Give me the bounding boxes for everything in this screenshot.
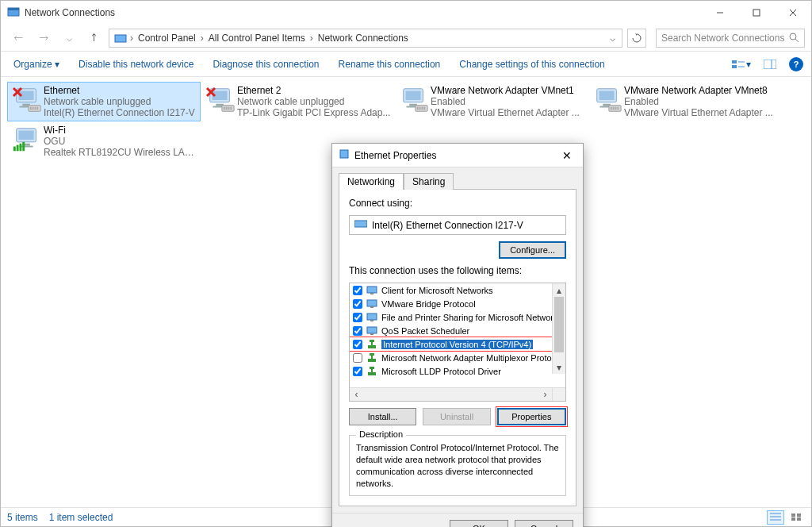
component-label: VMware Bridge Protocol	[381, 299, 476, 309]
ok-button[interactable]: OK	[450, 520, 508, 527]
svg-rect-61	[20, 144, 22, 152]
svg-rect-1	[8, 8, 19, 10]
svg-rect-52	[613, 107, 615, 110]
scroll-up-button[interactable]: ▴	[553, 283, 565, 297]
maximize-button[interactable]	[738, 1, 775, 25]
breadcrumb-item[interactable]: Network Connections	[315, 33, 412, 44]
component-item[interactable]: File and Printer Sharing for Microsoft N…	[350, 310, 565, 324]
disable-device-button[interactable]: Disable this network device	[74, 56, 198, 73]
minimize-button[interactable]	[702, 1, 738, 25]
back-button[interactable]: 🡐	[7, 27, 29, 49]
scroll-right-button[interactable]: ›	[538, 388, 552, 401]
component-checkbox[interactable]	[353, 353, 362, 363]
component-checkbox[interactable]	[353, 340, 362, 349]
svg-rect-56	[19, 131, 34, 140]
component-icon	[366, 313, 378, 322]
component-checkbox[interactable]	[353, 367, 362, 376]
adapter-name: Ethernet 2	[237, 85, 391, 96]
adapter-status: Network cable unplugged	[44, 96, 197, 107]
help-button[interactable]: ?	[789, 57, 803, 71]
network-card-icon	[354, 219, 367, 231]
component-label: Client for Microsoft Networks	[381, 286, 493, 295]
adapter-item[interactable]: VMware Network Adapter VMnet1EnabledVMwa…	[394, 82, 588, 121]
component-item[interactable]: Internet Protocol Version 4 (TCP/IPv4)	[350, 337, 565, 351]
refresh-button[interactable]	[627, 29, 646, 48]
recent-locations[interactable]: ⌵	[58, 27, 80, 49]
chevron-right-icon[interactable]: ›	[199, 33, 205, 44]
component-icon	[366, 353, 378, 363]
svg-rect-10	[732, 65, 737, 68]
scrollbar-thumb[interactable]	[554, 297, 564, 352]
adapter-device: Intel(R) Ethernet Connection I217-V	[44, 107, 197, 118]
svg-rect-67	[797, 514, 801, 517]
component-item[interactable]: VMware Bridge Protocol	[350, 297, 565, 310]
dialog-titlebar: Ethernet Properties ✕	[332, 144, 583, 167]
breadcrumb-dropdown[interactable]: ⌵	[607, 33, 619, 44]
svg-rect-9	[732, 60, 737, 63]
configure-button[interactable]: Configure...	[499, 241, 566, 259]
component-checkbox[interactable]	[353, 326, 362, 336]
adapter-item[interactable]: Ethernet 2Network cable unpluggedTP-Link…	[201, 82, 394, 121]
adapter-device: VMware Virtual Ethernet Adapter ...	[431, 107, 584, 118]
component-icon	[366, 286, 378, 295]
component-checkbox[interactable]	[353, 313, 362, 322]
search-icon	[789, 33, 799, 43]
scroll-down-button[interactable]: ▾	[553, 360, 565, 374]
svg-rect-38	[406, 91, 421, 100]
chevron-right-icon[interactable]: ›	[128, 33, 135, 44]
view-options-button[interactable]: ▾	[732, 55, 751, 74]
properties-button[interactable]: Properties	[497, 408, 566, 425]
up-button[interactable]: 🡑	[83, 27, 105, 49]
rename-button[interactable]: Rename this connection	[334, 56, 446, 73]
tab-networking[interactable]: Networking	[339, 173, 404, 190]
window-icon	[7, 6, 20, 21]
breadcrumb[interactable]: › Control Panel › All Control Panel Item…	[109, 29, 622, 48]
component-checkbox[interactable]	[353, 299, 362, 309]
dialog-close-button[interactable]: ✕	[551, 144, 583, 167]
tab-sharing[interactable]: Sharing	[404, 173, 454, 190]
svg-rect-77	[370, 320, 373, 321]
cancel-button[interactable]: Cancel	[515, 520, 573, 527]
search-input[interactable]: Search Network Connections	[656, 29, 805, 48]
svg-rect-80	[368, 345, 376, 348]
adapter-item[interactable]: VMware Network Adapter VMnet8EnabledVMwa…	[588, 82, 781, 121]
components-list[interactable]: ▴▾Client for Microsoft NetworksVMware Br…	[349, 283, 566, 402]
dialog-button-row: OK Cancel	[332, 513, 583, 527]
organize-menu[interactable]: Organize ▾	[9, 56, 64, 73]
svg-rect-13	[764, 60, 776, 69]
ethernet-properties-dialog: Ethernet Properties ✕ Networking Sharing…	[331, 143, 584, 527]
component-checkbox[interactable]	[353, 286, 362, 295]
large-icons-view-button[interactable]	[787, 510, 805, 525]
install-button[interactable]: Install...	[349, 408, 416, 425]
svg-rect-76	[367, 314, 377, 320]
vertical-scrollbar[interactable]: ▴▾	[552, 283, 565, 374]
breadcrumb-item[interactable]: All Control Panel Items	[205, 33, 308, 44]
component-item[interactable]: Microsoft Network Adapter Multiplexor Pr…	[350, 351, 565, 364]
component-item[interactable]: QoS Packet Scheduler	[350, 324, 565, 337]
window-title: Network Connections	[25, 7, 115, 18]
close-button[interactable]	[775, 1, 811, 25]
uninstall-button: Uninstall	[423, 408, 490, 425]
item-count: 5 items	[7, 512, 38, 523]
adapter-name: Ethernet	[44, 85, 197, 96]
diagnose-button[interactable]: Diagnose this connection	[208, 56, 324, 73]
component-item[interactable]: Client for Microsoft Networks	[350, 283, 565, 297]
adapter-status: Network cable unplugged	[237, 96, 391, 107]
adapter-item[interactable]: EthernetNetwork cable unpluggedIntel(R) …	[7, 82, 201, 121]
adapter-item[interactable]: Wi-FiOGURealtek RTL8192CU Wireless LAN .…	[7, 121, 201, 161]
breadcrumb-item[interactable]: Control Panel	[135, 33, 199, 44]
chevron-right-icon[interactable]: ›	[308, 33, 315, 44]
horizontal-scrollbar[interactable]: ‹ ›	[350, 387, 565, 401]
svg-rect-45	[423, 107, 425, 110]
component-item[interactable]: Microsoft LLDP Protocol Driver	[350, 364, 565, 378]
change-settings-button[interactable]: Change settings of this connection	[454, 56, 609, 73]
scroll-left-button[interactable]: ‹	[350, 388, 363, 401]
adapter-name: VMware Network Adapter VMnet8	[624, 85, 778, 96]
selection-count: 1 item selected	[49, 512, 113, 523]
preview-pane-button[interactable]	[760, 55, 779, 74]
connect-using-label: Connect using:	[349, 198, 566, 209]
forward-button[interactable]: 🡒	[33, 27, 55, 49]
svg-rect-71	[354, 221, 367, 227]
details-view-button[interactable]	[767, 510, 784, 525]
search-placeholder: Search Network Connections	[661, 33, 789, 44]
